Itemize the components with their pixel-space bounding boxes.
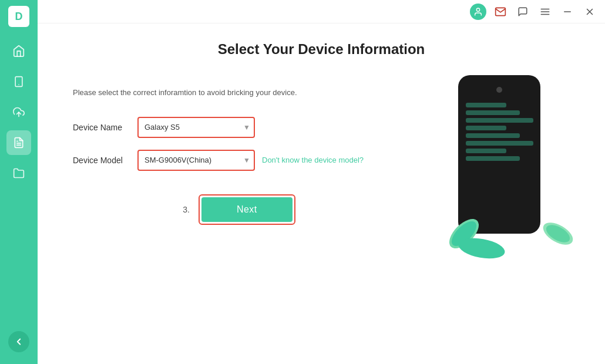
app-logo: D bbox=[8, 6, 29, 27]
phone-illustration bbox=[441, 75, 570, 251]
leaf-right-icon bbox=[535, 210, 582, 257]
minimize-icon[interactable] bbox=[559, 4, 576, 20]
screen-line-5 bbox=[466, 133, 520, 138]
screen-line-4 bbox=[466, 126, 506, 130]
form-left: Please select the correct inforamtion to… bbox=[73, 87, 405, 225]
device-model-label: Device Model bbox=[73, 156, 137, 165]
sidebar-item-phone[interactable] bbox=[6, 69, 31, 94]
device-name-select-wrapper: Galaxy S5 Galaxy S6 Galaxy S7 ▼ bbox=[137, 117, 255, 138]
next-button-wrapper: Next bbox=[199, 194, 295, 225]
chat-icon[interactable] bbox=[515, 4, 531, 20]
main-area: Select Your Device Information Please se… bbox=[38, 0, 605, 364]
leaf-bottom-icon bbox=[452, 231, 511, 266]
sidebar-item-files[interactable] bbox=[6, 130, 31, 155]
svg-point-16 bbox=[457, 235, 506, 261]
svg-point-5 bbox=[476, 8, 479, 11]
device-model-select[interactable]: SM-G9006V(China) SM-G900F SM-G900H bbox=[137, 150, 255, 171]
user-icon[interactable] bbox=[470, 4, 486, 20]
back-button[interactable] bbox=[8, 331, 29, 352]
mail-icon[interactable] bbox=[492, 4, 509, 20]
titlebar bbox=[38, 0, 605, 23]
form-section: Please select the correct inforamtion to… bbox=[73, 87, 570, 251]
dont-know-model-link[interactable]: Don't know the device model? bbox=[262, 156, 364, 164]
screen-line-6 bbox=[466, 141, 533, 146]
step-number: 3. bbox=[183, 205, 190, 214]
screen-line-3 bbox=[466, 118, 533, 123]
phone-screen bbox=[466, 100, 533, 225]
screen-line-7 bbox=[466, 149, 506, 153]
close-icon[interactable] bbox=[582, 4, 598, 20]
device-model-select-wrapper: SM-G9006V(China) SM-G900F SM-G900H ▼ bbox=[137, 150, 255, 171]
content-area: Select Your Device Information Please se… bbox=[38, 23, 605, 364]
menu-icon[interactable] bbox=[537, 4, 553, 20]
phone-notch bbox=[496, 87, 502, 93]
device-name-label: Device Name bbox=[73, 123, 137, 132]
screen-line-8 bbox=[466, 156, 520, 161]
sidebar-item-home[interactable] bbox=[6, 39, 31, 63]
button-area: 3. Next bbox=[73, 194, 405, 225]
device-name-select[interactable]: Galaxy S5 Galaxy S6 Galaxy S7 bbox=[137, 117, 255, 138]
screen-line-1 bbox=[466, 103, 506, 107]
screen-line-2 bbox=[466, 110, 520, 115]
device-model-row: Device Model SM-G9006V(China) SM-G900F S… bbox=[73, 150, 405, 171]
sidebar-item-cloud[interactable] bbox=[6, 100, 31, 124]
device-name-row: Device Name Galaxy S5 Galaxy S6 Galaxy S… bbox=[73, 117, 405, 138]
sidebar: D bbox=[0, 0, 38, 364]
form-description: Please select the correct inforamtion to… bbox=[73, 87, 405, 99]
next-button[interactable]: Next bbox=[201, 197, 293, 222]
sidebar-nav bbox=[6, 39, 31, 331]
page-title: Select Your Device Information bbox=[73, 41, 570, 58]
sidebar-item-folder[interactable] bbox=[6, 161, 31, 186]
